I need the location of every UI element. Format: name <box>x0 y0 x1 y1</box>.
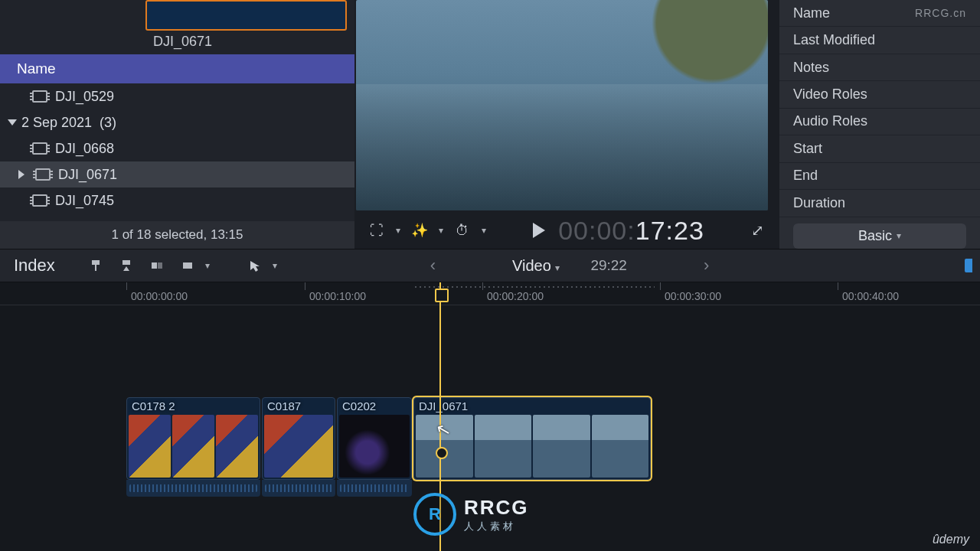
watermark-top-right: RRCG.cn <box>915 7 966 19</box>
inspector-row-name[interactable]: Name RRCG.cn <box>779 0 980 27</box>
inspector-row-notes[interactable]: Notes <box>779 54 980 81</box>
timecode-value: 17:23 <box>635 216 704 245</box>
connect-edit-icon[interactable] <box>83 255 109 276</box>
inspector-field-label: Name <box>793 5 830 21</box>
ruler-tick-label: 00:00:30:00 <box>665 290 721 302</box>
ruler-tick-label: 00:00:40:00 <box>842 290 899 302</box>
inspector-view-selector[interactable]: Basic ▾ <box>793 223 966 249</box>
timeline-appearance-toggle[interactable] <box>965 259 972 272</box>
browser-clip-row[interactable]: DJI_0529 <box>0 83 354 109</box>
inspector-field-label: Notes <box>793 60 829 76</box>
clip-title: DJI_0671 <box>419 399 468 412</box>
timeline-clip[interactable]: C0202 <box>337 397 412 480</box>
inspector-field-label: End <box>793 168 818 184</box>
svg-rect-5 <box>158 262 162 269</box>
ruler-tick-label: 00:00:00:00 <box>131 290 188 302</box>
selected-clip-thumbnail[interactable] <box>145 0 347 31</box>
timeline-toolbar: Index ▾ ▾ ‹ Video ▾ 29:22 › <box>0 249 980 282</box>
svg-rect-4 <box>152 262 157 269</box>
browser-clip-row[interactable]: DJI_0671 <box>0 161 354 187</box>
project-duration: 29:22 <box>590 257 627 274</box>
chevron-down-icon[interactable]: ▾ <box>396 225 400 236</box>
watermark-logo-icon: R <box>413 493 456 536</box>
timeline-clip[interactable]: C0178 2 <box>126 397 260 480</box>
insert-edit-icon[interactable] <box>113 255 139 276</box>
inspector-field-label: Duration <box>793 195 845 211</box>
inspector-field-label: Audio Roles <box>793 113 867 129</box>
history-back-button[interactable]: ‹ <box>384 256 482 276</box>
chevron-down-icon: ▾ <box>897 230 901 241</box>
clip-audio-waveform[interactable] <box>337 480 412 497</box>
svg-marker-3 <box>123 266 129 271</box>
inspector-panel: Name RRCG.cn Last Modified Notes Video R… <box>779 0 980 249</box>
chevron-down-icon[interactable]: ▾ <box>273 260 277 271</box>
svg-rect-2 <box>122 260 130 265</box>
timeline-ruler[interactable]: 00:00:00:0000:00:10:0000:00:20:0000:00:3… <box>0 282 980 305</box>
inspector-row-end[interactable]: End <box>779 163 980 190</box>
disclosure-triangle-icon[interactable] <box>8 119 17 126</box>
chevron-down-icon[interactable]: ▾ <box>439 225 443 236</box>
watermark-bottom-right: ûdemy <box>933 533 969 546</box>
clip-title: C0187 <box>267 399 301 412</box>
browser-date-group[interactable]: 2 Sep 2021 (3) <box>0 109 354 135</box>
watermark-brand: RRCG <box>464 496 529 520</box>
chevron-down-icon[interactable]: ▾ <box>205 260 210 271</box>
clip-label: DJI_0668 <box>55 141 114 157</box>
browser-clip-list[interactable]: DJI_05292 Sep 2021 (3)DJI_0668DJI_0671DJ… <box>0 83 354 221</box>
browser-status-bar: 1 of 18 selected, 13:15 <box>0 221 354 249</box>
inspector-row-start[interactable]: Start <box>779 135 980 162</box>
inspector-row-audio-roles[interactable]: Audio Roles <box>779 109 980 135</box>
clip-thumbnail-frame <box>475 415 532 478</box>
clip-audio-waveform[interactable] <box>126 480 260 497</box>
timeline-clip[interactable]: C0187 <box>262 397 335 480</box>
clip-thumbnail-frame <box>129 415 171 478</box>
inspector-view-label: Basic <box>858 228 892 244</box>
browser-column-header-name[interactable]: Name <box>0 54 354 83</box>
clip-thumbnail-frame <box>533 415 590 478</box>
browser-clip-row[interactable]: DJI_0745 <box>0 187 354 214</box>
inspector-row-duration[interactable]: Duration <box>779 190 980 217</box>
timeline-index-button[interactable]: Index <box>14 256 55 276</box>
chevron-down-icon: ▾ <box>555 262 560 273</box>
clip-thumbnail-frame <box>592 415 649 478</box>
history-forward-button[interactable]: › <box>658 256 755 276</box>
select-tool-icon[interactable] <box>242 255 268 276</box>
timeline-area[interactable]: 00:00:00:0000:00:10:0000:00:20:0000:00:3… <box>0 282 980 551</box>
transform-icon[interactable]: ⛶ <box>365 219 388 242</box>
disclosure-triangle-icon[interactable] <box>18 170 29 179</box>
inspector-row-video-roles[interactable]: Video Roles <box>779 81 980 108</box>
event-browser: DJI_0671 Name DJI_05292 Sep 2021 (3)DJI_… <box>0 0 354 249</box>
clip-icon <box>32 142 47 155</box>
inspector-row-last-modified[interactable]: Last Modified <box>779 27 980 54</box>
ruler-used-range <box>413 285 655 289</box>
clip-label: DJI_0529 <box>55 89 114 105</box>
viewer-canvas[interactable] <box>356 0 768 210</box>
append-edit-icon[interactable] <box>144 255 170 276</box>
play-icon <box>533 223 545 238</box>
fullscreen-icon[interactable]: ⤢ <box>746 219 769 242</box>
browser-clip-row[interactable]: DJI_0668 <box>0 135 354 161</box>
clip-icon <box>32 194 47 207</box>
play-button[interactable] <box>528 219 550 242</box>
enhance-wand-icon[interactable]: ✨ <box>408 219 431 242</box>
svg-rect-1 <box>95 265 96 271</box>
clip-audio-waveform[interactable] <box>262 480 335 497</box>
viewer-timecode[interactable]: 00:00:17:23 <box>558 216 704 246</box>
clip-label: DJI_0745 <box>55 193 114 209</box>
project-name[interactable]: Video ▾ <box>512 257 560 275</box>
clip-icon <box>32 90 47 103</box>
svg-rect-0 <box>92 260 100 265</box>
svg-marker-7 <box>250 261 260 272</box>
viewer-control-bar: ⛶ ▾ ✨ ▾ ⏱ ▾ 00:00:17:23 ⤢ <box>354 212 779 249</box>
chevron-down-icon[interactable]: ▾ <box>482 225 486 236</box>
ruler-tick-label: 00:00:20:00 <box>487 290 544 302</box>
watermark-center: R RRCG 人人素材 <box>413 493 529 536</box>
overwrite-edit-icon[interactable] <box>175 255 201 276</box>
timeline-clips-lane[interactable]: C0178 2C0187C0202DJI_0671 <box>0 397 980 504</box>
timecode-prefix: 00:00: <box>558 216 635 245</box>
clip-thumbnail-frame <box>172 415 214 478</box>
svg-rect-6 <box>183 262 192 269</box>
retime-icon[interactable]: ⏱ <box>451 219 474 242</box>
group-label: 2 Sep 2021 (3) <box>21 115 116 131</box>
inspector-field-label: Start <box>793 141 822 157</box>
